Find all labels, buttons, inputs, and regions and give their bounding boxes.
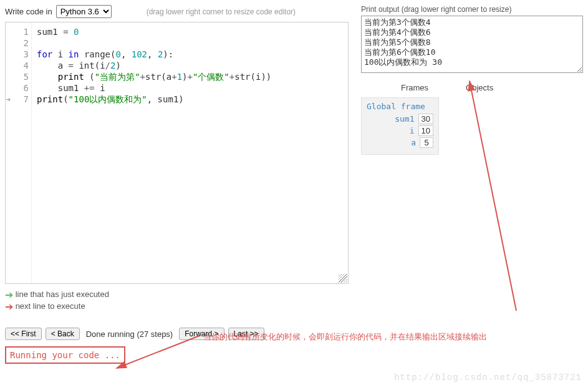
code-line[interactable]: sum1 += i (37, 82, 343, 94)
code-line[interactable]: print("100以内偶数和为", sum1) (37, 94, 343, 105)
output-line: 当前为第4个偶数6 (364, 27, 580, 37)
back-button[interactable]: < Back (46, 328, 80, 340)
running-status: Running your code ... (5, 346, 125, 364)
code-line[interactable]: sum1 = 0 (37, 26, 343, 37)
output-line: 当前为第6个偶数10 (364, 47, 580, 57)
done-running-text: Done running (27 steps) (86, 329, 173, 339)
global-frame-title: Global frame (367, 102, 433, 111)
frame-var-row: i10 (367, 125, 433, 136)
editor-resize-handle[interactable] (339, 274, 347, 283)
output-line: 当前为第5个偶数8 (364, 37, 580, 47)
editor-resize-hint: (drag lower right corner to resize code … (147, 7, 296, 16)
first-button[interactable]: << First (5, 328, 42, 340)
code-line[interactable]: print ("当前为第"+str(a+1)+"个偶数"+str(i)) (37, 71, 343, 82)
write-code-label: Write code in (5, 7, 52, 16)
arrow-executed-icon: ➔ (5, 290, 13, 300)
code-editor[interactable]: 1 2 3 4 5 6 7 ➔ sum1 = 0 for i in range(… (5, 22, 349, 284)
frames-label: Frames (401, 83, 428, 92)
legend-next: next line to execute (16, 301, 85, 311)
legend-executed: line that has just executed (16, 290, 109, 299)
frame-var-row: sum130 (367, 114, 433, 124)
language-select[interactable]: Python 3.6 (56, 5, 112, 18)
code-line[interactable] (37, 37, 343, 49)
output-line: 100以内偶数和为 30 (364, 57, 580, 67)
arrow-next-icon: ➔ (5, 301, 13, 312)
annotation-text: 当你的代码有所变化的时候，会即刻运行你的代码，并在结果输出区域接续输出 (203, 331, 487, 343)
output-line: 当前为第3个偶数4 (364, 17, 580, 27)
print-output[interactable]: 当前为第3个偶数4当前为第4个偶数6当前为第5个偶数8当前为第6个偶数10100… (361, 16, 583, 73)
frame-var-row: a5 (367, 137, 433, 148)
editor-gutter: 1 2 3 4 5 6 7 ➔ (6, 22, 32, 283)
objects-label: Objects (466, 83, 493, 92)
print-output-label: Print output (drag lower right corner to… (361, 5, 583, 14)
editor-code[interactable]: sum1 = 0 for i in range(0, 102, 2): a = … (32, 22, 348, 283)
legend: ➔ line that has just executed ➔ next lin… (5, 289, 349, 313)
code-line[interactable]: for i in range(0, 102, 2): (37, 49, 343, 60)
code-line[interactable]: a = int(i/2) (37, 60, 343, 71)
watermark: http://blog.csdn.net/qq_35873721 (394, 373, 582, 383)
global-frame: Global frame sum130i10a5 (361, 97, 439, 155)
